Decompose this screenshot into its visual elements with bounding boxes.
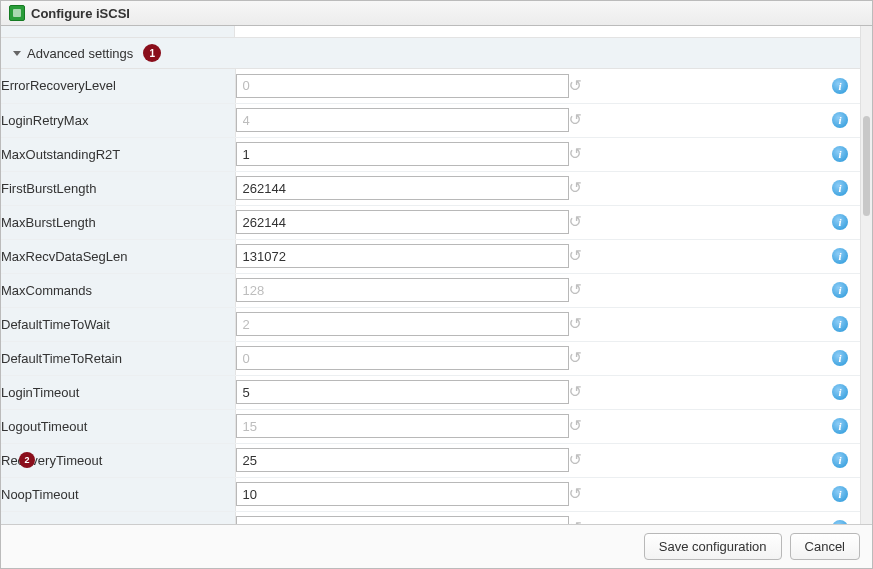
info-icon[interactable]: i: [832, 180, 848, 196]
info-cell: i: [820, 137, 860, 171]
info-cell: i: [820, 443, 860, 477]
revert-cell: ↻: [569, 307, 609, 341]
param-input-cell: [235, 511, 569, 524]
advanced-settings-header[interactable]: Advanced settings 1: [1, 38, 860, 69]
param-label: NoopInterval: [1, 521, 75, 525]
param-label-cell: ErrorRecoveryLevel: [1, 69, 235, 103]
info-icon[interactable]: i: [832, 350, 848, 366]
param-input-cell: [235, 409, 569, 443]
revert-icon[interactable]: ↻: [569, 112, 582, 128]
revert-icon[interactable]: ↻: [569, 486, 582, 502]
save-configuration-button[interactable]: Save configuration: [644, 533, 782, 560]
table-row: DefaultTimeToWait↻i: [1, 307, 860, 341]
revert-icon[interactable]: ↻: [569, 384, 582, 400]
revert-cell: ↻: [569, 375, 609, 409]
dialog-footer: Save configuration Cancel: [1, 524, 872, 568]
param-input-cell: [235, 307, 569, 341]
revert-icon[interactable]: ↻: [569, 214, 582, 230]
info-icon[interactable]: i: [832, 146, 848, 162]
table-row: MaxCommands↻i: [1, 273, 860, 307]
param-label-cell: 2RecoveryTimeout: [1, 443, 235, 477]
revert-cell: ↻: [569, 239, 609, 273]
info-icon[interactable]: i: [832, 112, 848, 128]
table-row: NoopTimeout↻i: [1, 477, 860, 511]
info-icon[interactable]: i: [832, 486, 848, 502]
info-cell: i: [820, 103, 860, 137]
info-cell: i: [820, 409, 860, 443]
revert-icon[interactable]: ↻: [569, 452, 582, 468]
info-icon[interactable]: i: [832, 248, 848, 264]
param-input[interactable]: [236, 516, 570, 524]
revert-icon[interactable]: ↻: [569, 180, 582, 196]
info-icon[interactable]: i: [832, 214, 848, 230]
revert-icon[interactable]: ↻: [569, 316, 582, 332]
table-row: MaxOutstandingR2T↻i: [1, 137, 860, 171]
revert-icon[interactable]: ↻: [569, 282, 582, 298]
param-input[interactable]: [236, 448, 570, 472]
param-label-cell: NoopTimeout: [1, 477, 235, 511]
param-input: [236, 74, 570, 98]
cancel-button[interactable]: Cancel: [790, 533, 860, 560]
revert-icon[interactable]: ↻: [569, 146, 582, 162]
revert-icon[interactable]: ↻: [569, 248, 582, 264]
param-label-cell: FirstBurstLength: [1, 171, 235, 205]
spacer-cell: [609, 205, 820, 239]
table-row: LoginRetryMax↻i: [1, 103, 860, 137]
spacer-cell: [609, 375, 820, 409]
revert-cell: ↻: [569, 443, 609, 477]
param-input[interactable]: [236, 142, 570, 166]
param-input[interactable]: [236, 210, 570, 234]
param-label: RecoveryTimeout: [1, 453, 102, 468]
param-label-cell: MaxOutstandingR2T: [1, 137, 235, 171]
spacer-cell: [609, 341, 820, 375]
param-input[interactable]: [236, 380, 570, 404]
param-label: MaxRecvDataSegLen: [1, 249, 127, 264]
param-input-cell: [235, 205, 569, 239]
param-label-cell: LoginTimeout: [1, 375, 235, 409]
info-icon[interactable]: i: [832, 282, 848, 298]
spacer-cell: [609, 511, 820, 524]
parameters-table: ErrorRecoveryLevel↻iLoginRetryMax↻iMaxOu…: [1, 69, 860, 524]
param-label-cell: LoginRetryMax: [1, 103, 235, 137]
vertical-scrollbar[interactable]: [860, 26, 872, 524]
param-input[interactable]: [236, 482, 570, 506]
info-cell: i: [820, 69, 860, 103]
dialog-content: Advanced settings 1 ErrorRecoveryLevel↻i…: [1, 26, 860, 524]
info-icon[interactable]: i: [832, 316, 848, 332]
info-icon[interactable]: i: [832, 78, 848, 94]
info-cell: i: [820, 239, 860, 273]
scrollbar-thumb[interactable]: [863, 116, 870, 216]
param-label-cell: MaxBurstLength: [1, 205, 235, 239]
revert-cell: ↻: [569, 103, 609, 137]
param-input-cell: [235, 443, 569, 477]
revert-cell: ↻: [569, 205, 609, 239]
info-cell: i: [820, 205, 860, 239]
info-cell: i: [820, 511, 860, 524]
revert-cell: ↻: [569, 69, 609, 103]
table-row: ErrorRecoveryLevel↻i: [1, 69, 860, 103]
info-icon[interactable]: i: [832, 418, 848, 434]
param-input: [236, 278, 570, 302]
table-row: LogoutTimeout↻i: [1, 409, 860, 443]
param-label: LoginTimeout: [1, 385, 79, 400]
info-icon[interactable]: i: [832, 520, 848, 524]
app-icon: [9, 5, 25, 21]
configure-iscsi-dialog: Configure iSCSI Advanced settings 1 Erro…: [0, 0, 873, 569]
info-icon[interactable]: i: [832, 384, 848, 400]
revert-cell: ↻: [569, 511, 609, 524]
param-label-cell: LogoutTimeout: [1, 409, 235, 443]
info-icon[interactable]: i: [832, 452, 848, 468]
param-label-cell: NoopInterval: [1, 511, 235, 524]
revert-icon[interactable]: ↻: [569, 350, 582, 366]
table-row: MaxRecvDataSegLen↻i: [1, 239, 860, 273]
spacer-cell: [609, 69, 820, 103]
revert-icon[interactable]: ↻: [569, 418, 582, 434]
revert-icon[interactable]: ↻: [569, 520, 582, 524]
param-input: [236, 414, 570, 438]
param-input[interactable]: [236, 176, 570, 200]
param-label: DefaultTimeToWait: [1, 317, 110, 332]
revert-icon[interactable]: ↻: [569, 78, 582, 94]
table-row: 2RecoveryTimeout↻i: [1, 443, 860, 477]
param-input[interactable]: [236, 244, 570, 268]
table-row: NoopInterval↻i: [1, 511, 860, 524]
